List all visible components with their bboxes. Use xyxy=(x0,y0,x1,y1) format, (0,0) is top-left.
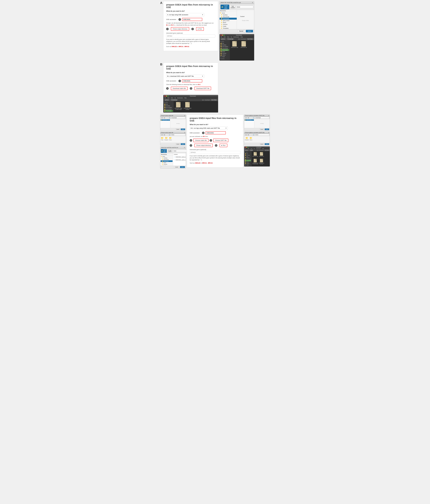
create-folder-btn-c[interactable]: 📁 Create new folder xyxy=(161,149,167,153)
dw-sidebar-downloads[interactable]: 📂Downloads xyxy=(220,49,229,51)
cancel-btn-a[interactable]: Cancel xyxy=(238,30,245,32)
menu-edit[interactable]: Edit xyxy=(224,36,225,38)
dir-documents[interactable]: 📁 Documents xyxy=(220,16,237,18)
soft-dir-selected-top[interactable]: 📂 GSE19161_s... xyxy=(245,119,254,121)
dw-cr-maximize[interactable] xyxy=(248,147,248,148)
download-soft-btn[interactable]: Download SOFT file xyxy=(195,87,211,90)
dw-sidebar-desktop[interactable]: 📁Desktop xyxy=(220,44,229,46)
soft-location-top[interactable] xyxy=(255,117,269,119)
menu-b-bookmarks[interactable]: Bookmarks xyxy=(177,97,183,99)
panel-c-dropdown[interactable]: A. run App using GSE accession B-1. down… xyxy=(190,126,228,130)
dw-b-sidebar-test[interactable]: 📁test xyxy=(164,103,173,105)
menu-b-go[interactable]: Go xyxy=(174,97,176,99)
output-location-c[interactable] xyxy=(173,150,187,152)
dw-b-file-soft[interactable]: GSE19161_family.soft.gz xyxy=(184,102,191,110)
output-file-soft[interactable]: 📄 GSE19161_family.soft.gz 382.1 kB xyxy=(173,155,185,158)
dw-cr-close[interactable] xyxy=(245,147,246,148)
soft-refresh-btn[interactable]: 🔄 xyxy=(252,117,255,119)
dw-minimize-btn[interactable] xyxy=(222,35,223,36)
gse-input-b[interactable] xyxy=(182,79,202,82)
dw-cr-file-soft[interactable]: GSE19161_family.soft.gz xyxy=(259,159,264,164)
menu-view[interactable]: View xyxy=(227,36,229,38)
matrix-cancel-btn-top[interactable]: Cancel xyxy=(175,128,180,130)
dw-sidebar-trash[interactable]: 🗑Trash xyxy=(220,56,229,58)
soft-b-back[interactable]: ◀ xyxy=(245,134,247,135)
dw-cr-iconview[interactable]: Icon View xyxy=(264,150,269,151)
dir-c-public[interactable]: 📁Public xyxy=(161,165,173,166)
dw-iconview-btn[interactable]: Icon View xyxy=(247,38,253,40)
dw-b-sidebar-filesystem[interactable]: 📁File System xyxy=(164,107,173,108)
matrix-up-btn[interactable]: ↑ xyxy=(166,117,168,119)
menu-cr-view[interactable]: View xyxy=(251,148,252,149)
output-file-matrix[interactable]: 📄 GSE19161_series_main... 226.0 kB xyxy=(173,158,185,161)
gse-input-c[interactable] xyxy=(206,131,226,134)
gene-input-c[interactable] xyxy=(190,151,240,154)
run-btn-a[interactable]: ▶ Run xyxy=(196,27,204,31)
dw-cr-test[interactable]: 📁test xyxy=(245,153,251,154)
close-icon-soft[interactable]: ✕ xyxy=(268,115,269,116)
menu-b-edit[interactable]: Edit xyxy=(167,97,169,99)
dw-b-maximize[interactable] xyxy=(167,96,169,97)
menu-cr-help[interactable]: Help xyxy=(262,148,264,149)
location-input-a[interactable] xyxy=(236,6,253,8)
dw-sidebar-music[interactable]: 📁Music xyxy=(220,51,229,53)
soft-cancel-bottom[interactable]: Cancel xyxy=(260,143,264,145)
dw-cr-documents[interactable]: 📁Documents xyxy=(245,158,251,160)
soft-folder-videos[interactable]: 📁 Videos xyxy=(250,137,252,142)
file-dialog-a-close[interactable]: ✕ xyxy=(252,2,253,3)
dir-pictures[interactable]: 📁 Pictures xyxy=(220,23,237,25)
dw-b-minimize[interactable] xyxy=(166,96,167,97)
matrix-b-back[interactable]: ◀ xyxy=(161,134,163,135)
dw-close-btn[interactable] xyxy=(221,35,222,36)
dw-cr-filesystem[interactable]: 📁File System xyxy=(245,156,251,158)
dw-b-forward[interactable]: Forward ▶ xyxy=(170,99,178,101)
dw-b-iconview[interactable]: Icon View xyxy=(211,99,217,101)
menu-bookmarks[interactable]: Bookmarks xyxy=(233,36,239,38)
dir-gsea-home[interactable]: 📁 gsea_home xyxy=(220,20,237,21)
dw-forward-btn[interactable]: Forward ▶ xyxy=(227,38,234,40)
dw-file-chip[interactable]: GSE19161.chip xyxy=(231,41,238,48)
dw-sidebar-documents[interactable]: 📁Documents xyxy=(220,47,229,49)
dir-music[interactable]: 📁 Music xyxy=(220,21,237,23)
menu-cr-go[interactable]: Go xyxy=(254,148,255,149)
matrix-b-forward[interactable]: ▶ xyxy=(163,134,165,135)
dir-c-home[interactable]: 📁home xyxy=(161,156,173,157)
gse-input-a[interactable] xyxy=(182,18,202,21)
dw-cr-downloads[interactable]: 📂Downloads xyxy=(245,160,251,161)
dw-cr-back[interactable]: ◀ Back xyxy=(245,150,249,151)
matrix-select-btn-bottom[interactable]: Select xyxy=(181,143,185,145)
dir-templates[interactable]: 📁 Templates xyxy=(220,27,237,29)
create-folder-btn-a[interactable]: 📁 Create new folder xyxy=(221,5,229,9)
menu-b-help[interactable]: Help xyxy=(184,97,187,99)
dw-sidebar-pictures[interactable]: 📁Pictures xyxy=(220,53,229,54)
matrix-b-refresh[interactable]: 🔄 xyxy=(168,134,171,135)
menu-file[interactable]: File xyxy=(221,36,222,38)
soft-forward-btn[interactable]: ▶ xyxy=(247,117,250,119)
matrix-cancel-btn-bottom[interactable]: Cancel xyxy=(175,143,180,145)
matrix-b-location[interactable] xyxy=(171,134,185,135)
dw-sidebar-test[interactable]: 📁test xyxy=(220,42,229,44)
soft-b-up[interactable]: ↑ xyxy=(250,134,252,135)
soft-select-top[interactable]: Select xyxy=(265,128,269,130)
dir-c-documents[interactable]: 📁Documents xyxy=(161,159,173,160)
choose-output-btn-c[interactable]: Chose output directory xyxy=(194,144,213,147)
sort-btn-a[interactable]: Sort content xyxy=(230,5,235,9)
dw-b-sidebar-downloads[interactable]: 📂Downloads xyxy=(164,110,173,112)
menu-cr-edit[interactable]: Edit xyxy=(248,148,249,149)
dir-item-selected-top[interactable]: 📂 GSE19161_fa... xyxy=(161,119,170,121)
dw-cr-videos[interactable]: 📁Videos xyxy=(245,163,251,164)
matrix-forward-btn[interactable]: ▶ xyxy=(163,117,165,119)
dir-c-downloads-selected[interactable]: 📂Downloads xyxy=(161,160,173,162)
dir-c-desktop[interactable]: 📁Desktop xyxy=(161,157,173,159)
matrix-select-btn-top[interactable]: Select xyxy=(181,128,185,130)
soft-back-btn[interactable]: ◀ xyxy=(245,117,247,119)
menu-cr-bookmarks[interactable]: Bookmarks xyxy=(256,148,261,149)
soft-cancel-top[interactable]: Cancel xyxy=(260,128,264,130)
dw-cr-file-chip[interactable]: GSE19161.chip xyxy=(252,152,258,157)
menu-go[interactable]: Go xyxy=(231,36,232,38)
folder-public[interactable]: 📁 Public xyxy=(161,137,164,142)
soft-b-refresh[interactable]: 🔄 xyxy=(252,134,255,135)
dw-cr-forward[interactable]: Fwd ▶ xyxy=(249,150,253,151)
dir-downloads-selected[interactable]: 📂 Downloads xyxy=(220,18,237,20)
soft-folder-templates[interactable]: 📁 Templates xyxy=(245,137,249,142)
